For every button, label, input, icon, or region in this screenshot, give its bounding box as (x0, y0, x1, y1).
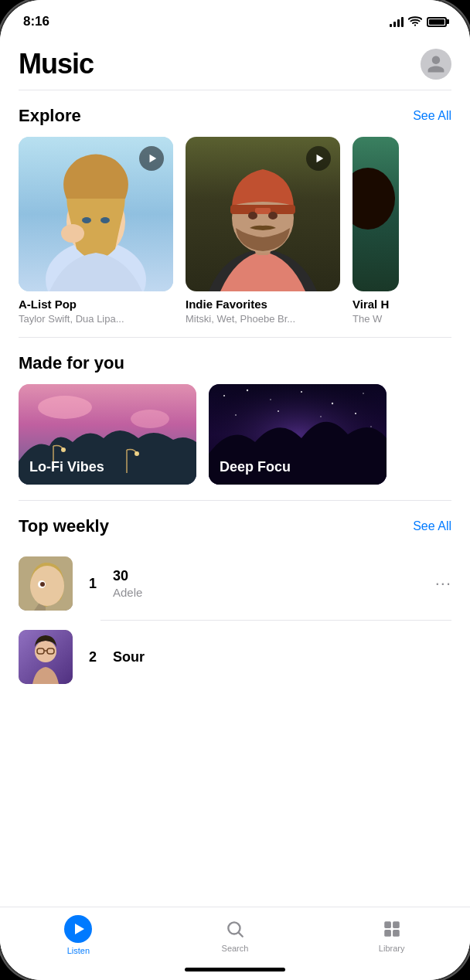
svg-rect-53 (393, 921, 400, 928)
explore-card-1-subtitle: Taylor Swift, Dua Lipa... (19, 313, 173, 325)
weekly-info-2: Sour (113, 649, 451, 665)
scroll-content[interactable]: Music Explore See All (0, 36, 470, 907)
explore-card-1-title: A-List Pop (19, 298, 173, 311)
svg-point-43 (40, 582, 45, 587)
svg-rect-54 (384, 930, 391, 937)
tab-search[interactable]: Search (204, 917, 266, 953)
weekly-rank-1: 1 (85, 576, 100, 592)
tab-bar: Listen Search (0, 907, 470, 958)
library-tab-icon-wrap (380, 917, 404, 941)
app-header: Music (0, 36, 470, 90)
explore-scroll[interactable]: A-List Pop Taylor Swift, Dua Lipa... (0, 137, 470, 337)
svg-point-37 (320, 416, 322, 417)
weekly-art-2 (19, 630, 73, 684)
play-button-2[interactable] (306, 146, 331, 171)
svg-point-6 (82, 217, 91, 223)
svg-point-8 (61, 224, 84, 243)
svg-point-26 (135, 451, 139, 456)
status-icons (390, 15, 447, 29)
explore-card-3-subtitle: The W (352, 313, 399, 325)
phone-frame: 8:16 (0, 0, 470, 980)
svg-marker-17 (317, 155, 324, 163)
top-weekly-title: Top weekly (19, 516, 109, 536)
made-for-you-header: Made for you (0, 338, 470, 384)
page-title: Music (19, 48, 94, 80)
top-weekly-see-all[interactable]: See All (413, 519, 451, 533)
play-icon-2 (314, 153, 325, 164)
explore-card-2-image (186, 137, 340, 291)
person-icon (426, 54, 446, 74)
svg-point-41 (30, 566, 64, 606)
play-icon-1 (147, 153, 158, 164)
adele-art (19, 556, 73, 611)
svg-point-29 (223, 395, 225, 396)
weekly-item-2[interactable]: 2 Sour (0, 621, 470, 693)
battery-icon (427, 17, 447, 27)
explore-card-1-image (19, 137, 173, 291)
listen-icon (64, 915, 92, 943)
svg-point-34 (363, 393, 364, 394)
status-time: 8:16 (23, 14, 49, 29)
avatar[interactable] (421, 49, 451, 80)
search-icon (225, 919, 245, 939)
explore-section-header: Explore See All (0, 90, 470, 137)
sour-art (19, 630, 73, 684)
weekly-title-1: 30 (113, 568, 423, 584)
tab-library-label: Library (379, 944, 405, 953)
tab-listen[interactable]: Listen (47, 915, 109, 955)
svg-point-0 (414, 24, 416, 26)
play-button-1[interactable] (139, 146, 164, 171)
svg-rect-52 (384, 921, 391, 928)
explore-card-2-subtitle: Mitski, Wet, Phoebe Br... (186, 313, 340, 325)
screen: 8:16 (0, 0, 470, 980)
weekly-item-1[interactable]: 1 30 Adele ··· (0, 547, 470, 620)
svg-point-30 (247, 390, 248, 391)
svg-point-31 (270, 399, 271, 400)
tab-search-label: Search (222, 944, 249, 953)
explore-card-1[interactable]: A-List Pop Taylor Swift, Dua Lipa... (19, 137, 173, 325)
svg-marker-9 (150, 155, 157, 163)
svg-rect-55 (393, 930, 400, 937)
made-card-lofi[interactable]: Lo-Fi Vibes (19, 384, 196, 485)
signal-icon (390, 16, 404, 27)
svg-point-21 (38, 396, 92, 419)
svg-point-15 (248, 212, 257, 219)
deep-focus-label: Deep Focu (209, 450, 301, 485)
status-bar: 8:16 (0, 0, 470, 36)
library-icon (382, 919, 402, 939)
search-tab-icon-wrap (223, 917, 247, 941)
top-weekly-header: Top weekly See All (0, 501, 470, 547)
explore-card-3-partial[interactable]: Viral H The W (352, 137, 399, 325)
made-for-you-scroll[interactable]: Lo-Fi Vibes (0, 384, 470, 500)
weekly-rank-2: 2 (85, 649, 100, 665)
svg-point-32 (301, 391, 302, 393)
svg-rect-14 (255, 208, 271, 214)
svg-point-45 (35, 641, 56, 662)
lofi-label: Lo-Fi Vibes (19, 450, 115, 485)
explore-card-2[interactable]: Indie Favorites Mitski, Wet, Phoebe Br..… (186, 137, 340, 325)
tab-library[interactable]: Library (361, 917, 423, 953)
viral-art-partial (352, 137, 399, 291)
weekly-artist-1: Adele (113, 586, 423, 599)
play-tab-icon (73, 923, 85, 935)
made-card-deep[interactable]: Deep Focu (209, 384, 387, 485)
svg-point-33 (332, 403, 333, 404)
explore-card-3-image (352, 137, 399, 291)
tab-listen-label: Listen (67, 946, 90, 955)
explore-title: Explore (19, 106, 81, 126)
svg-point-38 (355, 413, 356, 414)
made-for-you-title: Made for you (19, 353, 124, 373)
svg-point-22 (131, 410, 169, 428)
weekly-art-1 (19, 556, 73, 611)
weekly-title-2: Sour (113, 649, 451, 665)
home-bar (185, 968, 285, 971)
svg-point-36 (278, 410, 279, 412)
svg-point-16 (268, 212, 278, 219)
explore-see-all[interactable]: See All (413, 109, 451, 123)
weekly-info-1: 30 Adele (113, 568, 423, 599)
svg-point-35 (235, 414, 237, 416)
weekly-more-1[interactable]: ··· (435, 575, 451, 592)
svg-point-7 (100, 217, 110, 223)
home-indicator (0, 958, 470, 980)
svg-marker-49 (75, 924, 84, 934)
